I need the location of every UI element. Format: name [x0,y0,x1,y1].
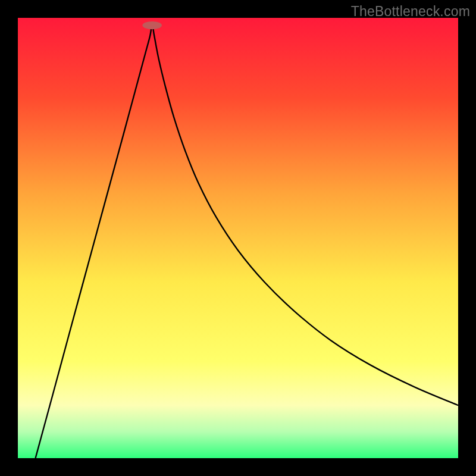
watermark-text: TheBottleneck.com [351,4,470,20]
plot-area [18,18,458,458]
chart-background [18,18,458,458]
chart-frame: TheBottleneck.com [0,0,476,476]
vertex-marker [142,21,162,29]
chart-svg [18,18,458,458]
